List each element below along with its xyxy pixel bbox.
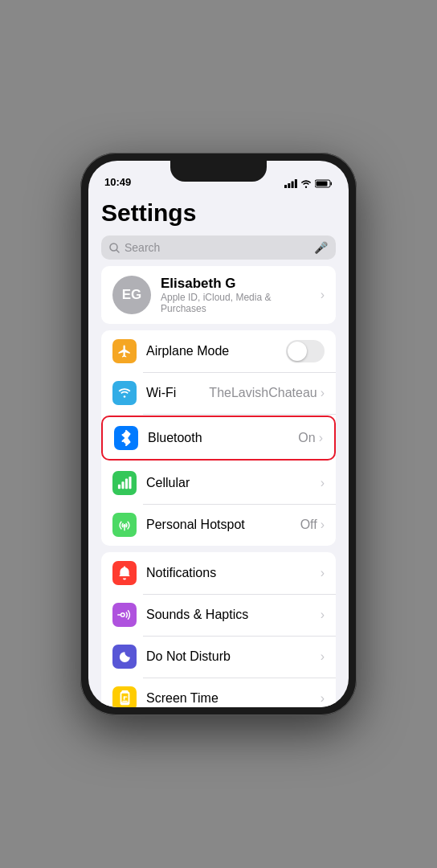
status-icons <box>284 179 333 188</box>
dnd-row[interactable]: Do Not Disturb › <box>101 636 336 678</box>
svg-rect-6 <box>317 182 328 186</box>
search-placeholder: Search <box>125 241 309 254</box>
svg-rect-13 <box>125 479 128 489</box>
hotspot-value: Off <box>300 518 317 532</box>
hotspot-label: Personal Hotspot <box>146 518 300 532</box>
svg-rect-0 <box>284 185 287 188</box>
airplane-mode-icon-wrap <box>112 339 137 363</box>
hotspot-icon <box>117 518 132 532</box>
status-time: 10:49 <box>104 176 131 188</box>
airplane-mode-row[interactable]: Airplane Mode <box>101 330 336 372</box>
airplane-mode-label: Airplane Mode <box>146 344 286 358</box>
dnd-icon <box>118 650 132 664</box>
svg-rect-11 <box>118 485 120 489</box>
cellular-icon <box>117 476 132 490</box>
page-title: Settings <box>101 199 336 226</box>
dnd-chevron: › <box>321 649 325 664</box>
account-chevron: › <box>321 288 325 302</box>
dnd-label: Do Not Disturb <box>146 649 321 664</box>
dnd-icon-wrap <box>112 645 137 669</box>
svg-rect-2 <box>292 182 294 189</box>
wifi-status-icon <box>300 179 312 188</box>
wifi-value: TheLavishChateau <box>209 386 317 400</box>
svg-rect-5 <box>331 182 333 186</box>
wifi-icon-wrap <box>112 381 137 405</box>
bluetooth-icon-wrap <box>114 426 138 450</box>
notifications-icon-wrap <box>112 561 137 585</box>
bluetooth-label: Bluetooth <box>148 431 298 445</box>
hotspot-icon-wrap <box>112 513 137 537</box>
account-row[interactable]: EG Elisabeth G Apple ID, iCloud, Media &… <box>101 266 336 324</box>
phone-frame: 10:49 <box>80 153 357 715</box>
wifi-label: Wi-Fi <box>146 386 209 400</box>
cellular-icon-wrap <box>112 471 137 495</box>
notifications-row[interactable]: Notifications › <box>101 552 336 594</box>
wifi-row[interactable]: Wi-Fi TheLavishChateau › <box>101 372 336 414</box>
system1-group: Notifications › Sounds & Haptics › <box>101 552 336 707</box>
screentime-label: Screen Time <box>146 691 321 706</box>
hotspot-chevron: › <box>321 518 325 532</box>
sounds-row[interactable]: Sounds & Haptics › <box>101 594 336 636</box>
network-group: Airplane Mode Wi-Fi TheLavishChateau › <box>101 330 336 546</box>
sounds-label: Sounds & Haptics <box>146 608 321 622</box>
wifi-settings-icon <box>117 387 132 399</box>
svg-rect-23 <box>122 701 127 702</box>
svg-point-17 <box>124 567 125 568</box>
notifications-icon <box>118 566 131 580</box>
phone-screen: 10:49 <box>88 161 349 707</box>
notch <box>170 161 267 182</box>
settings-header: Settings <box>88 193 349 229</box>
bluetooth-icon <box>120 430 132 446</box>
svg-rect-3 <box>295 179 297 188</box>
airplane-mode-toggle[interactable] <box>286 340 325 362</box>
svg-rect-1 <box>288 183 290 188</box>
svg-rect-12 <box>121 481 124 489</box>
avatar: EG <box>112 276 151 314</box>
battery-icon <box>315 179 333 188</box>
account-name: Elisabeth G <box>161 276 311 292</box>
notifications-chevron: › <box>321 566 325 580</box>
mic-icon: 🎤 <box>314 241 328 254</box>
sounds-chevron: › <box>321 608 325 622</box>
screentime-icon-wrap <box>112 686 137 707</box>
cellular-chevron: › <box>321 476 325 490</box>
account-info: Elisabeth G Apple ID, iCloud, Media & Pu… <box>161 276 311 314</box>
account-subtitle: Apple ID, iCloud, Media & Purchases <box>161 292 311 314</box>
screentime-icon <box>119 690 131 706</box>
search-bar[interactable]: Search 🎤 <box>101 235 336 260</box>
bluetooth-chevron: › <box>319 431 323 445</box>
wifi-chevron: › <box>321 386 325 400</box>
settings-content: Settings Search 🎤 EG Elisabeth G Apple I… <box>88 193 349 707</box>
bluetooth-row[interactable]: Bluetooth On › <box>101 416 336 461</box>
sounds-icon-wrap <box>112 603 137 627</box>
search-icon <box>109 243 120 253</box>
hotspot-row[interactable]: Personal Hotspot Off › <box>101 504 336 546</box>
cellular-label: Cellular <box>146 476 321 490</box>
sounds-icon <box>117 608 132 622</box>
svg-line-8 <box>116 250 119 252</box>
cellular-row[interactable]: Cellular › <box>101 462 336 504</box>
bluetooth-value: On <box>298 431 315 445</box>
airplane-icon <box>117 344 132 358</box>
screentime-chevron: › <box>321 691 325 706</box>
screentime-row[interactable]: Screen Time › <box>101 678 336 707</box>
svg-rect-14 <box>129 477 131 489</box>
signal-icon <box>284 179 297 188</box>
notifications-label: Notifications <box>146 566 321 580</box>
